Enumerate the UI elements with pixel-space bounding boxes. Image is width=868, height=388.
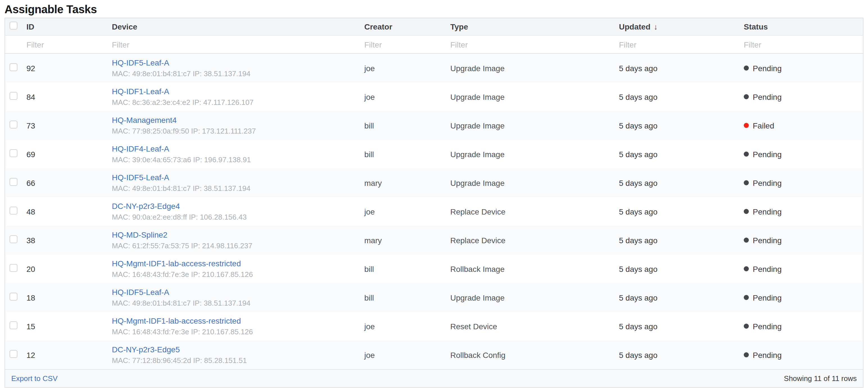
select-all-cell <box>5 22 26 32</box>
type-cell: Reset Device <box>450 322 619 331</box>
updated-cell: 5 days ago <box>619 150 744 158</box>
device-mac-ip: MAC: 39:0e:4a:65:73:a6 IP: 196.97.138.91 <box>112 155 364 164</box>
table-row: 69 HQ-IDF4-Leaf-A MAC: 39:0e:4a:65:73:a6… <box>5 140 863 169</box>
select-all-checkbox[interactable] <box>9 22 18 30</box>
status-cell: Pending <box>744 322 863 331</box>
status-label: Failed <box>753 121 774 130</box>
updated-cell: 5 days ago <box>619 322 744 331</box>
row-checkbox[interactable] <box>9 235 18 243</box>
column-header-creator-label: Creator <box>364 22 393 31</box>
column-header-updated-label: Updated <box>619 22 650 31</box>
tasks-table: ID Device Creator Type Updated↓ Status <box>4 18 864 388</box>
device-cell: HQ-IDF1-Leaf-A MAC: 8c:36:a2:3e:c4:e2 IP… <box>112 87 364 107</box>
updated-cell: 5 days ago <box>619 63 744 72</box>
column-header-device[interactable]: Device <box>112 22 364 31</box>
device-cell: HQ-Mgmt-IDF1-lab-access-restricted MAC: … <box>112 259 364 279</box>
status-label: Pending <box>753 178 782 187</box>
type-cell: Upgrade Image <box>450 63 619 72</box>
row-checkbox[interactable] <box>9 321 18 329</box>
column-header-type[interactable]: Type <box>450 22 619 31</box>
creator-cell: joe <box>364 207 450 216</box>
row-checkbox[interactable] <box>9 350 18 358</box>
table-row: 12 DC-NY-p2r3-Edge5 MAC: 77:12:8b:96:45:… <box>5 340 863 369</box>
type-cell: Upgrade Image <box>450 178 619 187</box>
device-mac-ip: MAC: 61:2f:55:7a:53:75 IP: 214.98.116.23… <box>112 241 364 250</box>
status-label: Pending <box>753 207 782 216</box>
filter-input-updated[interactable] <box>619 40 734 49</box>
status-dot <box>744 180 749 185</box>
device-link[interactable]: HQ-IDF5-Leaf-A <box>112 58 364 67</box>
filter-input-creator[interactable] <box>364 40 443 49</box>
row-checkbox-cell <box>5 206 26 216</box>
device-link[interactable]: DC-NY-p2r3-Edge5 <box>112 345 364 354</box>
task-id: 38 <box>26 236 112 245</box>
filter-input-type[interactable] <box>450 40 606 49</box>
creator-cell: joe <box>364 350 450 359</box>
type-cell: Rollback Config <box>450 350 619 359</box>
device-cell: HQ-IDF5-Leaf-A MAC: 49:8e:01:b4:81:c7 IP… <box>112 287 364 307</box>
device-link[interactable]: HQ-IDF5-Leaf-A <box>112 287 364 297</box>
status-dot <box>744 65 749 70</box>
status-dot <box>744 324 749 329</box>
device-link[interactable]: HQ-Management4 <box>112 115 364 125</box>
device-link[interactable]: HQ-MD-Spline2 <box>112 230 364 240</box>
task-id: 20 <box>26 264 112 273</box>
updated-cell: 5 days ago <box>619 92 744 101</box>
creator-cell: bill <box>364 121 450 130</box>
device-mac-ip: MAC: 16:48:43:fd:7e:3e IP: 210.167.85.12… <box>112 327 364 336</box>
status-dot <box>744 295 749 300</box>
filter-row <box>5 36 863 54</box>
task-id: 84 <box>26 92 112 101</box>
task-id: 92 <box>26 63 112 72</box>
row-checkbox[interactable] <box>9 292 18 300</box>
table-header-row: ID Device Creator Type Updated↓ Status <box>5 18 863 36</box>
device-link[interactable]: HQ-IDF4-Leaf-A <box>112 144 364 153</box>
sort-descending-icon: ↓ <box>654 22 658 31</box>
filter-input-status[interactable] <box>744 40 854 49</box>
table-row: 18 HQ-IDF5-Leaf-A MAC: 49:8e:01:b4:81:c7… <box>5 283 863 312</box>
creator-cell: joe <box>364 63 450 72</box>
status-label: Pending <box>753 322 782 331</box>
table-row: 66 HQ-IDF5-Leaf-A MAC: 49:8e:01:b4:81:c7… <box>5 169 863 197</box>
row-checkbox[interactable] <box>9 120 18 128</box>
row-checkbox-cell <box>5 350 26 360</box>
table-row: 84 HQ-IDF1-Leaf-A MAC: 8c:36:a2:3e:c4:e2… <box>5 82 863 111</box>
status-label: Pending <box>753 293 782 302</box>
creator-cell: joe <box>364 322 450 331</box>
status-cell: Pending <box>744 207 863 216</box>
creator-cell: bill <box>364 264 450 273</box>
task-id: 12 <box>26 350 112 359</box>
filter-input-id[interactable] <box>26 40 105 49</box>
type-cell: Upgrade Image <box>450 150 619 158</box>
device-link[interactable]: HQ-IDF1-Leaf-A <box>112 87 364 96</box>
device-cell: DC-NY-p2r3-Edge5 MAC: 77:12:8b:96:45:2d … <box>112 345 364 365</box>
row-checkbox[interactable] <box>9 206 18 214</box>
row-checkbox[interactable] <box>9 92 18 99</box>
status-dot <box>744 238 749 243</box>
device-link[interactable]: DC-NY-p2r3-Edge4 <box>112 201 364 211</box>
status-dot <box>744 94 749 99</box>
task-id: 66 <box>26 178 112 187</box>
row-checkbox[interactable] <box>9 264 18 272</box>
column-header-id-label: ID <box>26 22 34 31</box>
row-checkbox[interactable] <box>9 63 18 71</box>
column-header-status[interactable]: Status <box>744 22 863 31</box>
column-header-creator[interactable]: Creator <box>364 22 450 31</box>
filter-input-device[interactable] <box>112 40 344 49</box>
device-mac-ip: MAC: 90:0a:e2:ee:d8:ff IP: 106.28.156.43 <box>112 213 364 221</box>
device-cell: HQ-IDF4-Leaf-A MAC: 39:0e:4a:65:73:a6 IP… <box>112 144 364 164</box>
device-link[interactable]: HQ-Mgmt-IDF1-lab-access-restricted <box>112 259 364 268</box>
device-link[interactable]: HQ-Mgmt-IDF1-lab-access-restricted <box>112 316 364 326</box>
status-cell: Pending <box>744 178 863 187</box>
row-checkbox-cell <box>5 235 26 245</box>
row-checkbox[interactable] <box>9 149 18 157</box>
status-dot <box>744 352 749 357</box>
export-csv-link[interactable]: Export to CSV <box>11 374 58 383</box>
column-header-id[interactable]: ID <box>26 22 112 31</box>
status-label: Pending <box>753 236 782 245</box>
updated-cell: 5 days ago <box>619 121 744 130</box>
column-header-updated[interactable]: Updated↓ <box>619 22 744 31</box>
device-link[interactable]: HQ-IDF5-Leaf-A <box>112 173 364 182</box>
row-checkbox[interactable] <box>9 178 18 185</box>
table-row: 48 DC-NY-p2r3-Edge4 MAC: 90:0a:e2:ee:d8:… <box>5 197 863 226</box>
